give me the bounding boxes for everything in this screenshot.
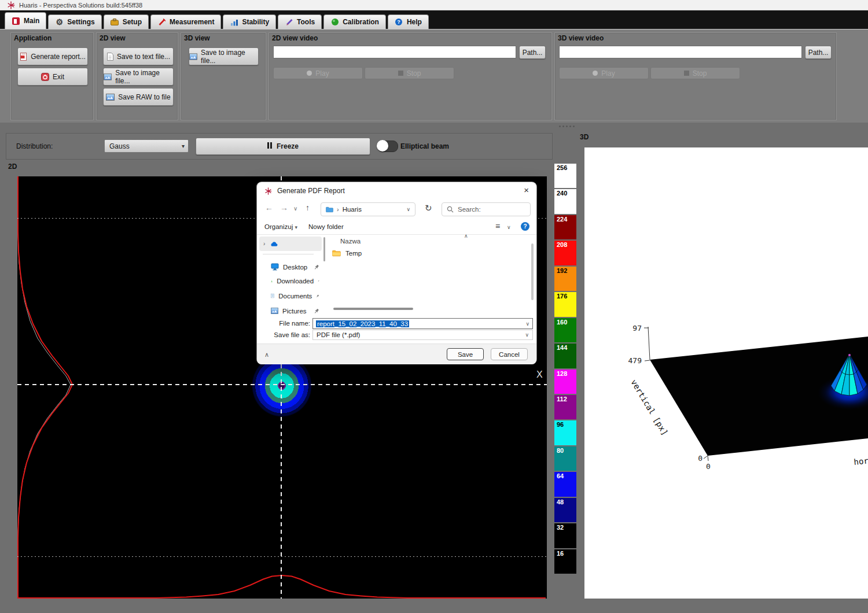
- sort-ascending-icon[interactable]: ∧: [464, 233, 468, 239]
- tab-bar: Main ⚙ Settings Setup Measurement Stabil…: [0, 10, 868, 29]
- save-as-select[interactable]: PDF file (*.pdf) ∨: [312, 330, 533, 340]
- dialog-close-button[interactable]: ×: [524, 186, 529, 195]
- toggle-knob: [377, 140, 388, 152]
- surface-3d-plot: 97 479 0 0 vertical [px] horizontal [px]: [584, 147, 868, 599]
- breadcrumb-location: Huaris: [343, 206, 362, 213]
- tab-settings[interactable]: ⚙ Settings: [48, 14, 101, 29]
- dialog-title-bar[interactable]: Generate PDF Report: [257, 182, 536, 200]
- column-header-name[interactable]: Nazwa: [340, 238, 361, 245]
- tab-calibration[interactable]: Calibration: [323, 14, 386, 29]
- tab-measurement[interactable]: Measurement: [150, 14, 221, 29]
- chevron-down-icon: ▾: [182, 143, 185, 149]
- sidebar-item-documents[interactable]: Documents: [271, 292, 319, 300]
- title-bar: Huaris - Perspectiva Solutions build:545…: [0, 0, 868, 10]
- refresh-icon[interactable]: ↻: [425, 203, 432, 213]
- colorbar-segment: 32: [554, 523, 576, 548]
- video-3d-path-button[interactable]: Path...: [805, 46, 832, 59]
- axis-vertical-zero: 0: [698, 454, 703, 463]
- record-icon: [307, 71, 312, 76]
- video-2d-path-button[interactable]: Path...: [519, 46, 546, 59]
- colorbar-segment: 224: [554, 215, 576, 239]
- image-icon: [104, 73, 112, 80]
- elliptical-beam-toggle[interactable]: [377, 141, 398, 152]
- dialog-footer: ∧ Save Cancel: [257, 344, 536, 364]
- sidebar-scrollbar[interactable]: [323, 237, 325, 261]
- group-2d-video-title: 2D view video: [272, 34, 318, 42]
- nav-up-icon[interactable]: ↑: [306, 203, 310, 212]
- file-name-input[interactable]: report_15_02_2023_11_40_33 ∨: [312, 318, 533, 329]
- colorbar-segment: 64: [554, 472, 576, 496]
- save-image-file-3d-button[interactable]: Save to image file...: [189, 47, 259, 65]
- group-2d-view-title: 2D view: [100, 34, 126, 42]
- roi-bottom-line: [17, 556, 547, 557]
- file-list-item-temp[interactable]: Temp: [332, 248, 448, 259]
- tab-help[interactable]: ? Help: [388, 14, 429, 29]
- video-2d-play-button[interactable]: Play: [273, 67, 363, 79]
- nav-history-chevron-icon[interactable]: ∨: [293, 205, 297, 212]
- help-icon[interactable]: ?: [521, 222, 529, 231]
- colorbar-segment: 176: [554, 292, 576, 316]
- video-3d-path-input[interactable]: [559, 46, 802, 58]
- window-title: Huaris - Perspectiva Solutions build:545…: [19, 2, 142, 9]
- colorbar-segment: 192: [554, 267, 576, 291]
- sidebar-item-onedrive[interactable]: ›: [259, 237, 322, 251]
- chevron-down-icon[interactable]: ∨: [525, 321, 529, 327]
- save-button[interactable]: Save: [447, 348, 484, 360]
- view-mode-icon[interactable]: ≡: [495, 221, 500, 231]
- pdf-report-icon: [20, 53, 27, 61]
- video-3d-stop-button[interactable]: Stop: [650, 67, 740, 79]
- sidebar-item-desktop[interactable]: Desktop: [271, 263, 319, 271]
- tab-main[interactable]: Main: [5, 12, 46, 29]
- generate-report-button[interactable]: Generate report...: [17, 47, 88, 65]
- cancel-button[interactable]: Cancel: [491, 348, 528, 360]
- splitter-handle[interactable]: [559, 125, 575, 127]
- search-icon: [447, 206, 454, 213]
- colorbar-segment: 80: [554, 446, 576, 471]
- distribution-dropdown[interactable]: Gauss ▾: [104, 139, 189, 153]
- pause-icon: [267, 142, 273, 150]
- chevron-down-icon[interactable]: ∨: [525, 332, 529, 338]
- horizontal-scrollbar[interactable]: [333, 308, 413, 310]
- colorbar-segment: 144: [554, 344, 576, 368]
- save-image-file-2d-button[interactable]: Save to image file...: [103, 68, 174, 86]
- tab-setup[interactable]: Setup: [104, 14, 149, 29]
- pen-icon: [285, 18, 293, 27]
- image-icon: [106, 94, 115, 101]
- help-icon: ?: [395, 18, 403, 27]
- video-2d-stop-button[interactable]: Stop: [365, 67, 454, 79]
- video-2d-path-input[interactable]: [273, 46, 516, 58]
- vertical-scrollbar[interactable]: [531, 243, 534, 300]
- breadcrumb-dropdown-icon[interactable]: ∨: [406, 206, 410, 212]
- axis-z-max: 97: [632, 324, 642, 333]
- pictures-icon: [271, 308, 278, 314]
- stop-icon: [684, 71, 689, 76]
- group-application-title: Application: [14, 34, 52, 42]
- video-3d-play-button[interactable]: Play: [559, 67, 649, 79]
- axis-horizontal-zero: 0: [706, 462, 711, 471]
- main-icon: [12, 17, 20, 25]
- breadcrumb[interactable]: › Huaris ∨: [321, 202, 415, 216]
- new-folder-button[interactable]: Nowy folder: [308, 223, 344, 230]
- search-box[interactable]: Search:: [442, 202, 531, 216]
- organize-button[interactable]: Organizuj ▾: [264, 223, 297, 230]
- view-mode-chevron-icon[interactable]: ∨: [507, 224, 511, 230]
- sidebar-divider: [263, 254, 314, 254]
- save-raw-file-button[interactable]: Save RAW to file: [103, 88, 174, 106]
- group-3d-video-title: 3D view video: [558, 34, 604, 42]
- sidebar-item-pictures[interactable]: Pictures: [271, 306, 319, 315]
- file-name-label: File name:: [257, 320, 310, 327]
- save-text-file-button[interactable]: Save to text file...: [103, 47, 174, 65]
- exit-button[interactable]: Exit: [17, 68, 88, 86]
- expand-chevron-icon[interactable]: ›: [263, 241, 265, 247]
- hide-folders-chevron-icon[interactable]: ∧: [264, 351, 269, 359]
- nav-forward-icon[interactable]: →: [280, 203, 288, 212]
- generate-pdf-report-dialog: Generate PDF Report × ← → ∨ ↑ › Huaris ∨…: [257, 182, 536, 364]
- tab-stability[interactable]: Stability: [223, 14, 276, 29]
- sidebar-item-downloaded[interactable]: Downloaded: [271, 278, 319, 285]
- freeze-button[interactable]: Freeze: [196, 138, 370, 155]
- tab-tools[interactable]: Tools: [278, 14, 322, 29]
- beam-3d-canvas[interactable]: 97 479 0 0 vertical [px] horizontal [px]: [584, 147, 868, 599]
- pin-icon: [314, 308, 319, 314]
- axis-vertical-max: 479: [628, 356, 642, 365]
- nav-back-icon[interactable]: ←: [265, 203, 273, 212]
